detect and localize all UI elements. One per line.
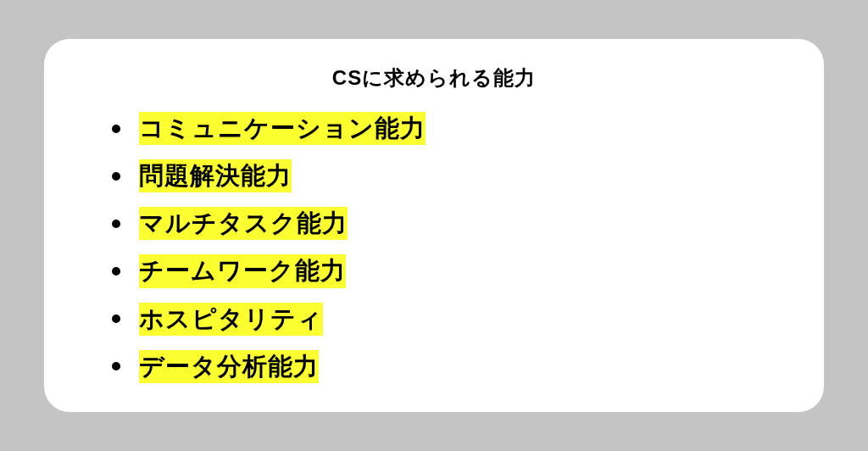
skills-list: コミュニケーション能力 問題解決能力 マルチタスク能力 チームワーク能力 ホスピ… (95, 112, 773, 383)
card-title: CSに求められる能力 (95, 64, 773, 92)
bullet-icon (112, 267, 120, 276)
bullet-icon (112, 220, 120, 228)
list-item: データ分析能力 (95, 350, 773, 383)
bullet-icon (112, 362, 120, 370)
list-item: コミュニケーション能力 (95, 112, 773, 145)
skill-label: マルチタスク能力 (139, 207, 348, 240)
skill-label: コミュニケーション能力 (139, 112, 426, 145)
skill-label: データ分析能力 (139, 350, 319, 383)
bullet-icon (112, 125, 120, 133)
list-item: ホスピタリティ (95, 303, 773, 336)
list-item: チームワーク能力 (95, 254, 773, 287)
skill-label: チームワーク能力 (139, 254, 346, 287)
skills-card: CSに求められる能力 コミュニケーション能力 問題解決能力 マルチタスク能力 チ… (44, 39, 824, 412)
bullet-icon (112, 315, 120, 323)
list-item: 問題解決能力 (95, 159, 773, 192)
skill-label: ホスピタリティ (139, 303, 323, 336)
list-item: マルチタスク能力 (95, 207, 773, 240)
bullet-icon (112, 172, 120, 181)
skill-label: 問題解決能力 (139, 159, 292, 192)
